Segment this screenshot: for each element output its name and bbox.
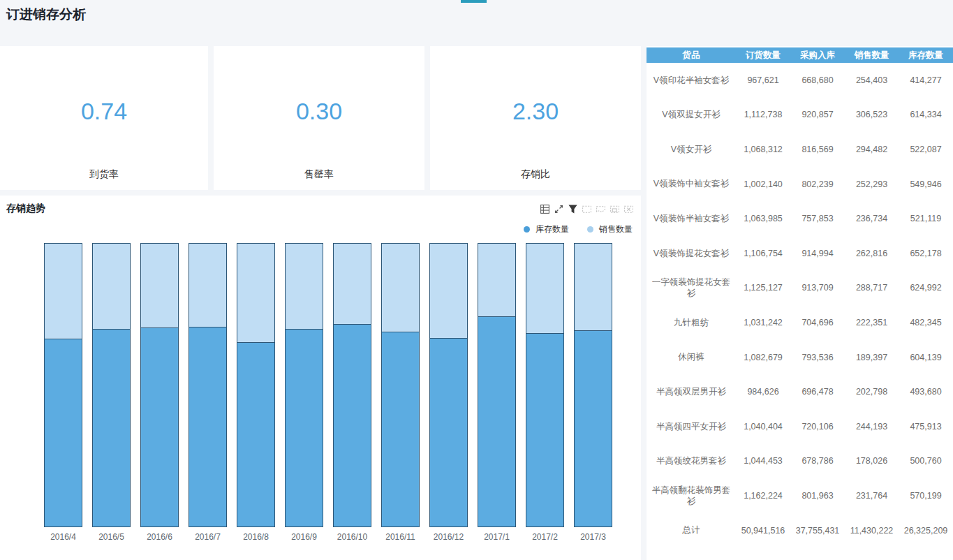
value-cell: 521,119 bbox=[899, 214, 953, 223]
inventory-segment[interactable] bbox=[141, 327, 178, 526]
table-total-row[interactable]: 总计50,941,51637,755,43111,430,22226,325,2… bbox=[647, 513, 953, 548]
sales-segment[interactable] bbox=[189, 244, 226, 327]
sales-segment[interactable] bbox=[334, 244, 371, 324]
table-row[interactable]: 半高领双层男开衫984,626696,478202,798493,680 bbox=[647, 374, 953, 409]
x-axis-label: 2016/4 bbox=[50, 532, 76, 542]
table-row[interactable]: V领装饰中袖女套衫1,002,140802,239252,293549,946 bbox=[647, 167, 953, 202]
table-row[interactable]: V领装饰半袖女套衫1,063,985757,853236,734521,119 bbox=[647, 201, 953, 236]
page-title: 订进销存分析 bbox=[6, 6, 86, 24]
stacked-bar bbox=[44, 243, 82, 527]
sales-segment[interactable] bbox=[575, 244, 612, 330]
column-header[interactable]: 库存数量 bbox=[899, 50, 953, 61]
value-cell: 678,786 bbox=[790, 456, 845, 466]
column-header[interactable]: 销售数量 bbox=[845, 50, 899, 61]
bar-column: 2016/7 bbox=[184, 243, 232, 542]
active-tab-indicator[interactable] bbox=[461, 0, 487, 3]
clear-selection-icon[interactable] bbox=[623, 204, 634, 214]
product-name-cell: V领印花半袖女套衫 bbox=[647, 75, 736, 86]
inventory-segment[interactable] bbox=[478, 316, 515, 526]
value-cell: 1,044,453 bbox=[736, 456, 790, 466]
value-cell: 570,199 bbox=[899, 491, 953, 501]
table-row[interactable]: V领女开衫1,068,312816,569294,482522,087 bbox=[647, 132, 953, 167]
chart-toolbar bbox=[540, 204, 634, 214]
value-cell: 202,798 bbox=[845, 387, 899, 397]
inventory-segment[interactable] bbox=[189, 327, 226, 526]
column-header[interactable]: 订货数量 bbox=[736, 50, 790, 61]
inventory-segment[interactable] bbox=[526, 333, 563, 526]
kpi-card: 2.30存销比 bbox=[430, 46, 641, 190]
table-row[interactable]: 半高领翻花装饰男套衫1,162,224801,963231,764570,199 bbox=[647, 478, 953, 513]
legend-item[interactable]: 销售数量 bbox=[587, 223, 633, 235]
detail-icon[interactable] bbox=[540, 204, 550, 214]
value-cell: 231,764 bbox=[845, 491, 899, 501]
stacked-bar bbox=[381, 243, 420, 527]
table-row[interactable]: 休闲裤1,082,679793,536189,397604,139 bbox=[647, 340, 953, 375]
inventory-segment[interactable] bbox=[382, 332, 419, 526]
sales-segment[interactable] bbox=[237, 244, 274, 342]
value-cell: 222,351 bbox=[845, 318, 899, 327]
stacked-bar bbox=[574, 243, 612, 527]
stacked-bar bbox=[237, 243, 275, 527]
sales-segment[interactable] bbox=[45, 244, 82, 339]
column-header[interactable]: 货品 bbox=[647, 50, 736, 61]
sales-segment[interactable] bbox=[93, 244, 130, 329]
legend-item[interactable]: 库存数量 bbox=[524, 223, 569, 235]
sales-segment[interactable] bbox=[141, 244, 178, 327]
product-name-cell: 一字领装饰提花女套衫 bbox=[647, 277, 736, 300]
value-cell: 254,403 bbox=[845, 75, 899, 85]
table-row[interactable]: V领印花半袖女套衫967,621668,680254,403414,277 bbox=[647, 63, 953, 98]
value-cell: 493,680 bbox=[899, 387, 953, 397]
value-cell: 1,002,140 bbox=[736, 179, 790, 189]
bar-column: 2016/11 bbox=[376, 243, 424, 542]
value-cell: 920,857 bbox=[790, 110, 845, 119]
column-header[interactable]: 采购入库 bbox=[790, 50, 845, 61]
value-cell: 178,026 bbox=[845, 456, 899, 466]
rect-select-icon[interactable] bbox=[582, 204, 592, 214]
value-cell: 793,536 bbox=[790, 353, 845, 362]
lasso-select-icon[interactable] bbox=[596, 204, 606, 214]
invert-select-icon[interactable] bbox=[610, 204, 620, 214]
product-name-cell: V领装饰中袖女套衫 bbox=[647, 178, 736, 189]
table-body: V领印花半袖女套衫967,621668,680254,403414,277V领双… bbox=[647, 63, 953, 547]
value-cell: 414,277 bbox=[899, 75, 953, 85]
bi-dashboard: 订进销存分析 0.74到货率0.30售罄率2.30存销比 存销趋势 库存数量销售… bbox=[0, 0, 953, 560]
table-row[interactable]: 半高领四平女开衫1,040,404720,106244,193475,913 bbox=[647, 409, 953, 444]
x-axis-label: 2016/6 bbox=[147, 532, 172, 542]
value-cell: 26,325,209 bbox=[899, 526, 953, 536]
value-cell: 816,569 bbox=[790, 145, 845, 154]
kpi-card: 0.30售罄率 bbox=[214, 46, 424, 190]
inventory-segment[interactable] bbox=[286, 329, 323, 527]
table-row[interactable]: V领双提女开衫1,112,738920,857306,523614,334 bbox=[647, 98, 953, 133]
sales-segment[interactable] bbox=[526, 244, 563, 333]
stacked-bar bbox=[140, 243, 179, 527]
inventory-segment[interactable] bbox=[93, 329, 130, 527]
inventory-segment[interactable] bbox=[334, 324, 371, 526]
table-row[interactable]: V领装饰提花女套衫1,106,754914,994262,816652,178 bbox=[647, 236, 953, 271]
bar-column: 2016/4 bbox=[39, 243, 87, 542]
value-cell: 1,031,242 bbox=[736, 318, 790, 327]
x-axis-label: 2016/11 bbox=[385, 532, 415, 542]
expand-icon[interactable] bbox=[554, 204, 564, 214]
bar-column: 2016/8 bbox=[232, 243, 280, 542]
inventory-segment[interactable] bbox=[575, 330, 612, 526]
sales-segment[interactable] bbox=[286, 244, 323, 329]
chart-header: 存销趋势 bbox=[6, 202, 634, 215]
table-row[interactable]: 半高领绞花男套衫1,044,453678,786178,026500,760 bbox=[647, 444, 953, 479]
product-name-cell: 总计 bbox=[647, 524, 736, 536]
x-axis-label: 2016/7 bbox=[195, 532, 221, 542]
table-row[interactable]: 九针粗纺1,031,242704,696222,351482,345 bbox=[647, 305, 953, 340]
inventory-segment[interactable] bbox=[45, 339, 82, 526]
stacked-bar bbox=[333, 243, 371, 527]
sales-segment[interactable] bbox=[382, 244, 419, 332]
x-axis-label: 2016/12 bbox=[434, 532, 464, 542]
value-cell: 624,992 bbox=[899, 283, 953, 293]
sales-segment[interactable] bbox=[430, 244, 467, 338]
sales-segment[interactable] bbox=[478, 244, 515, 316]
table-row[interactable]: 一字领装饰提花女套衫1,125,127913,709288,717624,992 bbox=[647, 271, 953, 306]
chart-title: 存销趋势 bbox=[6, 202, 45, 215]
bar-column: 2017/3 bbox=[569, 243, 617, 542]
filter-icon[interactable] bbox=[568, 204, 578, 214]
inventory-segment[interactable] bbox=[237, 342, 274, 526]
bar-column: 2016/9 bbox=[280, 243, 328, 542]
inventory-segment[interactable] bbox=[430, 338, 467, 526]
